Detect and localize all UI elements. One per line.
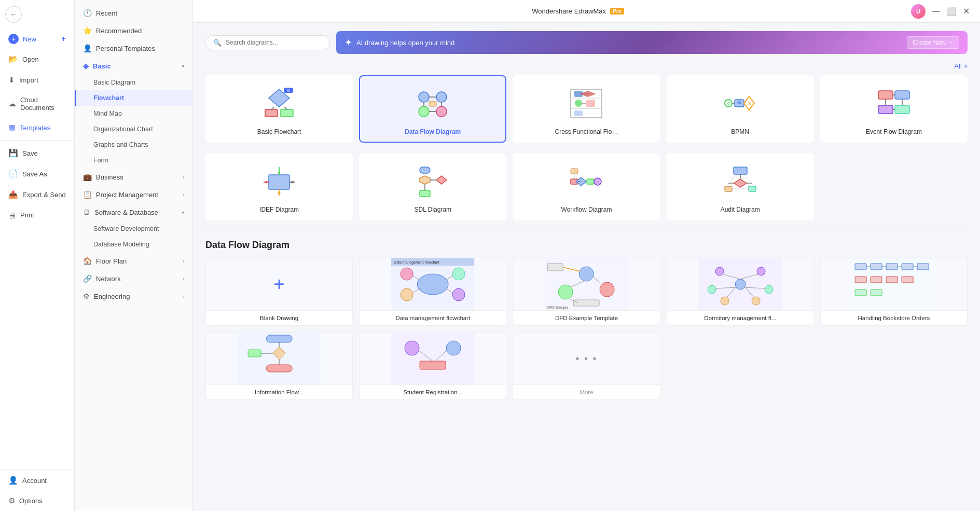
floorplan-chevron: › (183, 258, 184, 264)
sidebar-item-templates[interactable]: ▦ Templates (2, 118, 72, 137)
sec-nav-engineering[interactable]: ⚙ Engineering › (75, 287, 192, 305)
template-data-mgmt[interactable]: Data management flowchart Data managemen… (359, 258, 506, 326)
sec-nav-basic[interactable]: ◈ Basic ▾ (75, 57, 192, 75)
diagram-card-basic-flowchart[interactable]: AI Basic Flowchart (205, 75, 353, 143)
all-link[interactable]: All > (954, 62, 968, 70)
svg-point-78 (401, 288, 413, 301)
options-label: Options (19, 497, 43, 505)
search-box[interactable]: 🔍 (205, 35, 330, 50)
diagram-card-cross-functional[interactable]: Cross Functional Flo… (513, 75, 660, 143)
sec-nav-recent[interactable]: 🕐 Recent (75, 4, 192, 22)
sec-sub-form[interactable]: Form (75, 153, 192, 168)
sec-sub-graphs[interactable]: Graphs and Charts (75, 137, 192, 153)
svg-point-102 (765, 285, 773, 294)
new-plus-icon: + (8, 34, 19, 44)
back-button[interactable]: ← (5, 6, 22, 23)
svg-point-21 (575, 100, 582, 107)
audit-img (674, 160, 807, 202)
dormitory-img (667, 258, 813, 310)
avatar[interactable]: U (911, 4, 926, 19)
svg-rect-23 (574, 111, 583, 116)
event-flow-img (827, 82, 960, 124)
sec-nav-floorplan[interactable]: 🏠 Floor Plan › (75, 252, 192, 270)
svg-marker-47 (278, 172, 281, 175)
sidebar-item-cloud[interactable]: ☁ Cloud Documents (2, 91, 72, 117)
basic-label: Basic (93, 62, 111, 70)
ai-banner: ✦ AI drawing helps open your mind Create… (336, 31, 968, 54)
template-student-reg[interactable]: Student Registration... (359, 332, 506, 400)
close-icon[interactable]: ✕ (963, 6, 970, 16)
sec-nav-software[interactable]: 🖥 Software & Database ▾ (75, 203, 192, 221)
svg-marker-52 (420, 176, 430, 184)
diagram-card-bpmn[interactable]: ✕ ✉ ⏱ BPMN (667, 75, 814, 143)
template-grid-2: Information Flow... Student Registration… (205, 332, 968, 400)
svg-rect-56 (420, 190, 430, 197)
blank-plus-icon: + (274, 273, 285, 295)
svg-rect-112 (855, 264, 866, 270)
recommended-icon: ⭐ (83, 26, 92, 35)
sec-sub-mind-map[interactable]: Mind Map (75, 106, 192, 121)
template-info-flow[interactable]: Information Flow... (205, 332, 353, 400)
print-label: Print (20, 211, 34, 219)
diagram-card-workflow[interactable]: Workflow Diagram (513, 153, 660, 220)
sw-dev-label: Software Development (93, 225, 159, 232)
sec-nav-project[interactable]: 📋 Project Management › (75, 186, 192, 203)
sec-nav-network[interactable]: 🔗 Network › (75, 270, 192, 287)
new-expand-icon: + (61, 34, 66, 44)
event-flow-label: Event Flow Diagram (827, 128, 960, 135)
sidebar-item-save[interactable]: 💾 Save (2, 143, 72, 163)
template-grid: + Blank Drawing (205, 258, 968, 326)
diagram-card-idef[interactable]: IDEF Diagram (205, 153, 353, 220)
sidebar-item-saveas[interactable]: 📄 Save As (2, 164, 72, 184)
engineering-chevron: › (183, 294, 184, 299)
main-content: Wondershare EdrawMax Pro U — ⬜ ✕ 🔍 ✦ AI … (193, 0, 980, 511)
diagram-card-sdl[interactable]: SDL Diagram (359, 153, 506, 220)
sec-sub-org-chart[interactable]: Organizational Chart (75, 121, 192, 137)
svg-rect-64 (571, 169, 578, 174)
sec-sub-db-model[interactable]: Database Modeling (75, 237, 192, 252)
template-dfd-example[interactable]: DFD Sample DFD Example Template (513, 258, 660, 326)
cloud-icon: ☁ (8, 99, 16, 108)
diagram-card-data-flow[interactable]: Data Flow Diagram (359, 75, 506, 143)
sidebar-item-options[interactable]: ⚙ Options (2, 491, 72, 510)
dfd-example-label: DFD Example Template (513, 310, 659, 325)
sec-sub-flowchart[interactable]: Flowchart (75, 90, 192, 106)
personal-label: Personal Templates (96, 45, 155, 52)
maximize-icon[interactable]: ⬜ (946, 6, 957, 16)
saveas-label: Save As (22, 170, 47, 178)
template-blank[interactable]: + Blank Drawing (205, 258, 353, 326)
search-icon: 🔍 (213, 39, 222, 47)
svg-rect-59 (587, 179, 594, 184)
svg-rect-122 (871, 289, 882, 296)
template-bookstore[interactable]: Handling Bookstore Orders (820, 258, 968, 326)
diagram-card-audit[interactable]: Audit Diagram (667, 153, 814, 220)
sec-sub-sw-dev[interactable]: Software Development (75, 221, 192, 237)
search-input[interactable] (226, 39, 322, 46)
sec-nav-recommended[interactable]: ⭐ Recommended (75, 22, 192, 39)
business-label: Business (96, 173, 123, 181)
diagram-card-event-flow[interactable]: Event Flow Diagram (820, 75, 968, 143)
template-more[interactable]: • • • More (513, 332, 660, 400)
sidebar-item-import[interactable]: ⬇ Import (2, 70, 72, 90)
sec-nav-business[interactable]: 💼 Business › (75, 168, 192, 186)
new-nav-item[interactable]: + New + (2, 30, 72, 48)
sec-sub-basic-diagram[interactable]: Basic Diagram (75, 75, 192, 90)
template-dormitory[interactable]: Dormitory management fl... (667, 258, 814, 326)
svg-text:Data management flowchart: Data management flowchart (394, 260, 439, 265)
create-now-button[interactable]: Create Now → (907, 36, 959, 49)
sidebar-top: ← (0, 0, 74, 29)
bookstore-img (821, 258, 967, 310)
audit-label: Audit Diagram (674, 206, 807, 213)
sec-nav-personal[interactable]: 👤 Personal Templates (75, 39, 192, 57)
sidebar-item-print[interactable]: 🖨 Print (2, 205, 72, 225)
svg-rect-114 (886, 264, 898, 270)
sidebar-item-account[interactable]: 👤 Account (2, 471, 72, 490)
svg-marker-48 (266, 181, 269, 184)
sidebar-item-export[interactable]: 📤 Export & Send (2, 185, 72, 204)
data-mgmt-img: Data management flowchart (360, 258, 506, 310)
sidebar-item-open[interactable]: 📂 Open (2, 49, 72, 69)
minimize-icon[interactable]: — (932, 7, 940, 16)
svg-rect-115 (902, 264, 913, 270)
software-label: Software & Database (94, 209, 158, 216)
svg-rect-37 (895, 105, 909, 114)
